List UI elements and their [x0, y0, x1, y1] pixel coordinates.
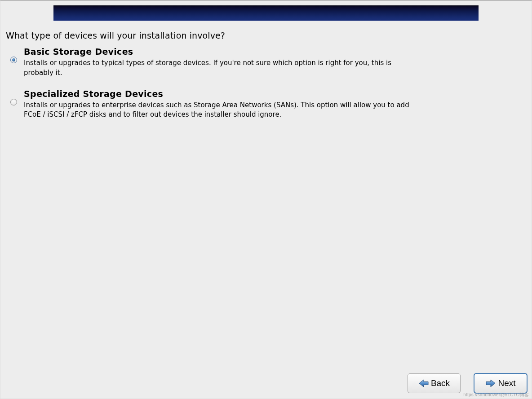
back-button[interactable]: Back — [408, 373, 461, 393]
back-arrow-icon — [418, 378, 429, 388]
option-text: Basic Storage Devices Installs or upgrad… — [21, 47, 428, 78]
option-desc-basic: Installs or upgrades to typical types of… — [24, 58, 419, 78]
radio-wrap — [6, 47, 21, 63]
radio-basic-storage[interactable] — [10, 57, 17, 63]
page-title: What type of devices will your installat… — [6, 31, 532, 40]
storage-options-group: Basic Storage Devices Installs or upgrad… — [6, 47, 532, 120]
installer-banner — [53, 5, 479, 21]
option-desc-specialized: Installs or upgrades to enterprise devic… — [24, 101, 419, 120]
navigation-footer: Back Next — [408, 373, 527, 393]
next-button-label: Next — [498, 378, 515, 388]
option-basic-storage[interactable]: Basic Storage Devices Installs or upgrad… — [6, 47, 428, 78]
option-specialized-storage[interactable]: Specialized Storage Devices Installs or … — [6, 89, 428, 120]
radio-wrap — [6, 89, 21, 105]
option-title-specialized: Specialized Storage Devices — [24, 89, 428, 99]
radio-specialized-storage[interactable] — [10, 99, 17, 105]
option-text: Specialized Storage Devices Installs or … — [21, 89, 428, 120]
next-arrow-icon — [485, 378, 496, 388]
back-button-label: Back — [431, 378, 450, 388]
next-button[interactable]: Next — [474, 373, 527, 393]
option-title-basic: Basic Storage Devices — [24, 47, 428, 57]
